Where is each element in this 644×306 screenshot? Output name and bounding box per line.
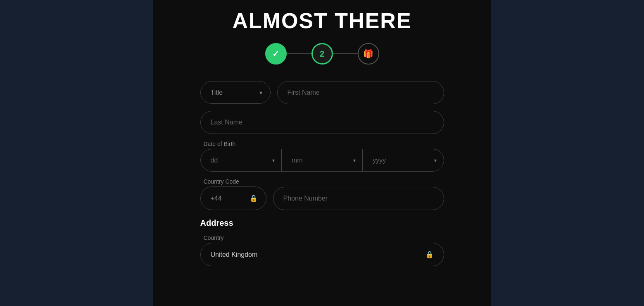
step-1-checkmark: ✓ (272, 49, 279, 59)
country-code-field: +44 🔒 (200, 186, 266, 210)
dob-row: dd 123 456 789 101112 131415 161718 1920… (200, 149, 444, 172)
left-panel (0, 0, 153, 306)
phone-section: Country Code +44 🔒 (200, 178, 444, 210)
dob-year-select[interactable]: yyyy 20052000 19951990 19851980 19751970 (363, 149, 443, 171)
dob-month-wrapper: mm JanuaryFebruary MarchApril MayJune Ju… (282, 149, 363, 171)
dob-day-select[interactable]: dd 123 456 789 101112 131415 161718 1920… (201, 149, 281, 171)
country-field: United Kingdom 🔒 (200, 243, 444, 266)
gift-icon: 🎁 (363, 49, 373, 59)
phone-number-input[interactable] (273, 187, 444, 210)
address-section: Address (200, 217, 444, 228)
page-title: ALMOST THERE (232, 8, 411, 33)
registration-form: Title Mr Mrs Ms Dr ▾ Date of Birth (200, 81, 444, 266)
country-field-wrapper: Country United Kingdom 🔒 (200, 234, 444, 266)
dob-label: Date of Birth (200, 141, 444, 147)
step-3: 🎁 (358, 43, 379, 65)
step-2: 2 (311, 43, 333, 65)
title-select[interactable]: Title Mr Mrs Ms Dr (200, 81, 271, 104)
main-content: ALMOST THERE ✓ 2 🎁 Title Mr Mrs Ms (153, 0, 491, 306)
lock-icon: 🔒 (250, 194, 258, 202)
dob-section: Date of Birth dd 123 456 789 101112 1314… (200, 141, 444, 172)
country-code-label: Country Code (200, 178, 266, 185)
address-label: Address (200, 218, 444, 228)
title-wrapper: Title Mr Mrs Ms Dr ▾ (200, 81, 271, 104)
country-label: Country (200, 234, 444, 241)
right-panel (491, 0, 644, 306)
last-name-row (200, 111, 444, 134)
title-firstname-row: Title Mr Mrs Ms Dr ▾ (200, 81, 444, 104)
first-name-input[interactable] (277, 81, 444, 104)
dob-day-wrapper: dd 123 456 789 101112 131415 161718 1920… (201, 149, 282, 171)
dob-year-wrapper: yyyy 20052000 19951990 19851980 19751970… (363, 149, 443, 171)
country-code-value: +44 (211, 195, 222, 202)
phone-number-wrapper (273, 187, 444, 210)
country-lock-icon: 🔒 (425, 251, 434, 258)
step-line-2 (333, 53, 358, 54)
first-name-wrapper (277, 81, 444, 104)
country-value: United Kingdom (211, 251, 258, 258)
stepper: ✓ 2 🎁 (265, 43, 379, 65)
country-code-wrapper: Country Code +44 🔒 (200, 178, 266, 210)
last-name-input[interactable] (200, 111, 444, 134)
step-line-1 (287, 53, 311, 54)
dob-month-select[interactable]: mm JanuaryFebruary MarchApril MayJune Ju… (282, 149, 362, 171)
step-1: ✓ (265, 43, 287, 65)
